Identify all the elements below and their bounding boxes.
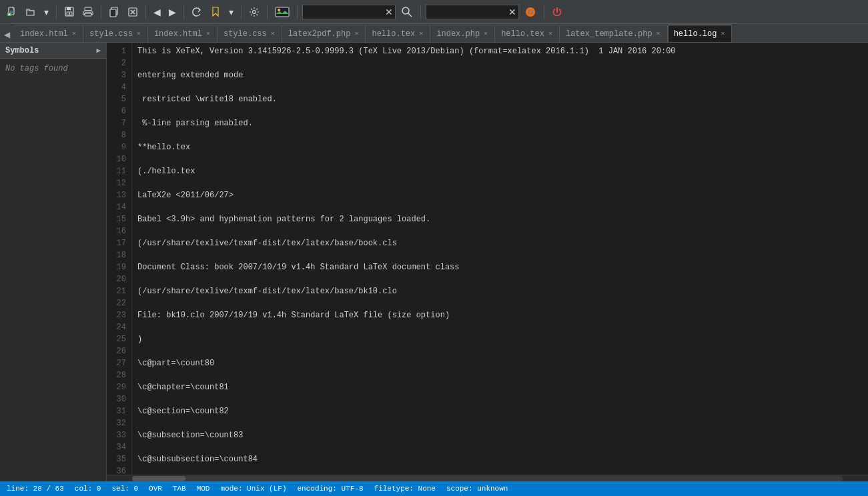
toolbar: ▾ ◀ ▶ ▾ ✕ ✕ bbox=[0, 0, 868, 24]
search-execute-btn[interactable] bbox=[398, 5, 416, 19]
tab-hello-tex[interactable]: hello.tex ✕ bbox=[366, 25, 430, 42]
svg-point-19 bbox=[253, 10, 256, 13]
line-numbers: 12345 678910 1112131415 1617181920 21222… bbox=[107, 43, 132, 475]
sidebar-collapse-btn[interactable]: ▶ bbox=[96, 46, 101, 55]
tab-close-index-php[interactable]: ✕ bbox=[482, 31, 489, 37]
main-area: Symbols ▶ No tags found 12345 678910 111… bbox=[0, 43, 868, 481]
svg-rect-10 bbox=[85, 7, 91, 11]
separator7 bbox=[297, 5, 298, 19]
status-filetype: filetype: None bbox=[374, 485, 436, 493]
code-area[interactable]: 12345 678910 1112131415 1617181920 21222… bbox=[107, 43, 868, 475]
tab-latex-tpl[interactable]: latex_template.php ✕ bbox=[560, 25, 668, 42]
tab-label: style.css bbox=[89, 29, 133, 39]
separator2 bbox=[101, 5, 101, 19]
sidebar-header: Symbols ▶ bbox=[0, 43, 106, 59]
sidebar-content: No tags found bbox=[0, 59, 106, 79]
tab-label: hello.log bbox=[674, 29, 717, 39]
status-ovr: OVR bbox=[149, 485, 162, 493]
svg-point-21 bbox=[278, 9, 280, 11]
separator5 bbox=[241, 5, 242, 19]
bookmark-dropdown-btn[interactable]: ▾ bbox=[226, 5, 236, 19]
tab-label: latex_template.php bbox=[566, 29, 653, 39]
tab-label: index.html bbox=[154, 29, 202, 39]
open-dropdown-btn[interactable]: ▾ bbox=[41, 5, 51, 19]
code-content[interactable]: This is XeTeX, Version 3.1415926-2.5-0.9… bbox=[132, 43, 868, 475]
tab-index1[interactable]: index.html ✕ bbox=[14, 25, 83, 42]
copy-btn[interactable] bbox=[106, 5, 122, 19]
svg-point-12 bbox=[90, 12, 91, 13]
status-col: col: 0 bbox=[75, 485, 101, 493]
status-tab: TAB bbox=[173, 485, 186, 493]
tab-close-style1[interactable]: ✕ bbox=[135, 31, 142, 37]
separator8 bbox=[420, 5, 421, 19]
status-mode-label: mode: Unix (LF) bbox=[220, 485, 286, 493]
tab-latex[interactable]: latex2pdf.php ✕ bbox=[282, 25, 366, 42]
open-btn[interactable] bbox=[23, 5, 39, 19]
tab-close-style2[interactable]: ✕ bbox=[270, 31, 276, 37]
separator1 bbox=[56, 5, 57, 19]
power-btn[interactable] bbox=[549, 5, 565, 19]
tab-style2[interactable]: style.css ✕ bbox=[218, 25, 282, 42]
bookmark-btn[interactable] bbox=[207, 5, 224, 19]
tab-scroll-left[interactable]: ◀ bbox=[0, 27, 14, 42]
forward-btn[interactable]: ▶ bbox=[166, 5, 179, 19]
close-file-btn[interactable] bbox=[125, 5, 141, 19]
secondary-search-input[interactable] bbox=[426, 5, 519, 19]
tab-close-index2[interactable]: ✕ bbox=[205, 31, 211, 37]
tab-label: hello.tex bbox=[372, 29, 415, 39]
status-scope: scope: unknown bbox=[446, 485, 508, 493]
tabbar: ◀ index.html ✕ style.css ✕ index.html ✕ … bbox=[0, 24, 868, 43]
tab-label: hello.tex bbox=[501, 29, 544, 39]
tab-close-index1[interactable]: ✕ bbox=[71, 31, 77, 37]
tab-index-php[interactable]: index.php ✕ bbox=[430, 25, 495, 42]
status-mod: MOD bbox=[197, 485, 210, 493]
firefox-btn[interactable] bbox=[522, 5, 539, 19]
separator6 bbox=[267, 5, 268, 19]
statusbar: line: 28 / 63 col: 0 sel: 0 OVR TAB MOD … bbox=[0, 481, 868, 496]
svg-rect-14 bbox=[110, 9, 116, 17]
tab-hello-log[interactable]: hello.log ✕ bbox=[668, 25, 733, 42]
tab-label: index.php bbox=[436, 29, 480, 39]
status-encoding: encoding: UTF-8 bbox=[298, 485, 364, 493]
image-btn[interactable] bbox=[272, 5, 292, 19]
separator3 bbox=[145, 5, 146, 19]
editor: 12345 678910 1112131415 1617181920 21222… bbox=[107, 43, 868, 481]
tab-close-hello-tex[interactable]: ✕ bbox=[418, 31, 424, 37]
tab-label: index.html bbox=[20, 29, 68, 39]
tab-hello-tex2[interactable]: hello.tex ✕ bbox=[495, 25, 560, 42]
tab-close-latex[interactable]: ✕ bbox=[353, 31, 360, 37]
save-btn[interactable] bbox=[61, 5, 77, 19]
tab-label: latex2pdf.php bbox=[288, 29, 351, 39]
tab-close-hello-tex2[interactable]: ✕ bbox=[547, 31, 554, 37]
back-btn[interactable]: ◀ bbox=[151, 5, 163, 19]
sidebar: Symbols ▶ No tags found bbox=[0, 43, 107, 481]
clear-secondary-search-btn[interactable]: ✕ bbox=[506, 5, 519, 19]
scrollbar-track bbox=[132, 476, 843, 481]
clear-search-btn[interactable]: ✕ bbox=[382, 5, 396, 19]
no-tags-label: No tags found bbox=[5, 64, 68, 73]
tab-close-latex-tpl[interactable]: ✕ bbox=[655, 31, 662, 37]
separator4 bbox=[183, 5, 184, 19]
tab-index2[interactable]: index.html ✕ bbox=[148, 25, 218, 42]
tab-close-hello-log[interactable]: ✕ bbox=[719, 31, 726, 37]
search-input[interactable] bbox=[302, 5, 396, 19]
horizontal-scrollbar[interactable] bbox=[107, 475, 868, 481]
svg-marker-18 bbox=[213, 7, 218, 16]
svg-rect-20 bbox=[276, 7, 289, 17]
svg-rect-7 bbox=[67, 7, 71, 10]
new-file-btn[interactable] bbox=[4, 5, 20, 19]
tab-label: style.css bbox=[224, 29, 267, 39]
svg-point-9 bbox=[69, 13, 70, 14]
svg-line-23 bbox=[408, 13, 412, 17]
scrollbar-thumb[interactable] bbox=[132, 476, 185, 481]
separator9 bbox=[544, 5, 544, 19]
status-line: line: 28 / 63 bbox=[7, 485, 64, 493]
settings-btn[interactable] bbox=[246, 5, 262, 19]
sidebar-title: Symbols bbox=[5, 46, 39, 55]
status-sel: sel: 0 bbox=[111, 485, 138, 493]
tab-style1[interactable]: style.css ✕ bbox=[83, 25, 148, 42]
refresh-btn[interactable] bbox=[189, 5, 205, 19]
svg-point-22 bbox=[402, 7, 409, 14]
print-btn[interactable] bbox=[80, 5, 96, 19]
